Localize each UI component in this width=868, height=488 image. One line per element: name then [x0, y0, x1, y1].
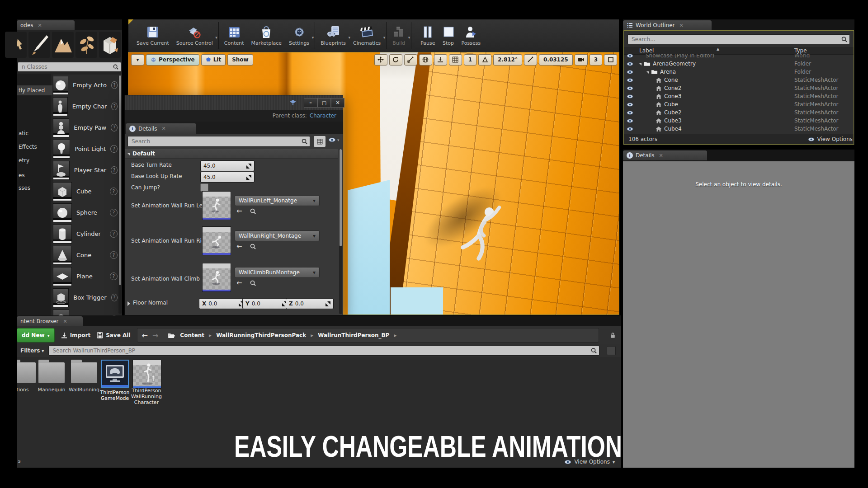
place-item-cube[interactable]: Cube: [53, 181, 118, 202]
rotation-snap-value[interactable]: 2.812°: [493, 54, 522, 66]
floor-normal-x-input[interactable]: X0.0: [199, 298, 247, 309]
perspective-button[interactable]: Perspective: [146, 54, 199, 66]
grid-snap-value[interactable]: 1: [464, 54, 476, 66]
help-icon[interactable]: [110, 145, 118, 153]
place-item-point-light[interactable]: Point Light: [53, 138, 118, 160]
outliner-search-input[interactable]: [627, 34, 850, 44]
outliner-header[interactable]: Label ▲ Type: [624, 47, 854, 55]
folder-animations[interactable]: [17, 362, 36, 383]
scale-tool-button[interactable]: [404, 54, 417, 66]
tab-world-outliner[interactable]: World Outliner ✕: [623, 20, 712, 30]
maximize-viewport-button[interactable]: [604, 54, 617, 66]
eye-icon[interactable]: [627, 61, 633, 66]
place-item-empty-pawn[interactable]: Empty Paw: [53, 117, 118, 138]
parent-class-link[interactable]: Character: [310, 113, 336, 119]
rotation-snap-button[interactable]: [478, 54, 491, 66]
place-list-scrollbar[interactable]: [118, 75, 122, 314]
browse-to-asset-icon[interactable]: [250, 280, 256, 286]
anim-right-combo[interactable]: WallRunRight_Montage: [235, 230, 320, 241]
outliner-row-showcase[interactable]: Showcase (Play in Editor) World: [624, 54, 854, 60]
outliner-row-arenageometry[interactable]: ArenaGeometry Folder: [624, 60, 854, 68]
outliner-row-cube3[interactable]: Cube3 StaticMeshActor: [624, 117, 854, 125]
help-icon[interactable]: [110, 188, 118, 195]
tab-details[interactable]: i Details ✕: [623, 150, 707, 160]
outliner-row-cube[interactable]: Cube StaticMeshActor: [624, 100, 854, 108]
anim-climb-thumbnail[interactable]: [202, 263, 231, 292]
eye-icon[interactable]: [627, 94, 633, 99]
help-icon[interactable]: [111, 124, 118, 131]
property-matrix-button[interactable]: [314, 136, 326, 147]
scale-snap-value[interactable]: 0.03125: [539, 54, 573, 66]
modes-search-input[interactable]: [18, 62, 121, 72]
anim-left-thumbnail[interactable]: [202, 191, 231, 220]
browse-to-asset-icon[interactable]: [250, 243, 256, 250]
blueprints-button[interactable]: Blueprints ▾: [317, 23, 349, 48]
content-button[interactable]: Content: [221, 23, 248, 48]
stop-button[interactable]: Stop: [439, 23, 458, 48]
anim-right-thumbnail[interactable]: [202, 226, 231, 255]
forward-button[interactable]: →: [152, 331, 158, 340]
eye-icon[interactable]: [627, 118, 633, 123]
use-selected-icon[interactable]: ←: [236, 279, 242, 287]
cb-asset-area[interactable]: tions Mannequin WallRunning ThirdPerson …: [17, 357, 621, 468]
folder-wallrunning[interactable]: [71, 362, 97, 383]
help-icon[interactable]: [111, 166, 118, 174]
bp-details-scrollbar[interactable]: [339, 149, 342, 314]
mode-landscape-button[interactable]: [52, 32, 74, 58]
place-item-empty-character[interactable]: Empty Char: [53, 96, 118, 117]
category-default[interactable]: Default: [125, 149, 338, 159]
outliner-row-arena[interactable]: Arena Folder: [624, 68, 854, 76]
close-icon[interactable]: ✕: [659, 153, 663, 159]
eye-icon[interactable]: [627, 70, 633, 75]
category-recently-placed[interactable]: tly Placed: [17, 85, 52, 95]
import-button[interactable]: Import: [61, 332, 90, 338]
translate-tool-button[interactable]: [374, 54, 387, 66]
mode-foliage-button[interactable]: [75, 32, 97, 58]
eye-icon[interactable]: [627, 78, 633, 83]
save-current-button[interactable]: Save Current: [133, 23, 173, 48]
place-item-sphere-trigger[interactable]: Sphere Tric: [53, 308, 118, 315]
eye-icon[interactable]: [627, 86, 633, 91]
place-item-box-trigger[interactable]: Box Trigger: [53, 287, 118, 308]
eye-icon[interactable]: [627, 102, 633, 107]
help-icon[interactable]: [111, 103, 118, 110]
expander-icon[interactable]: [646, 71, 649, 74]
world-coordinate-button[interactable]: [419, 54, 432, 66]
tab-modes[interactable]: odes ✕: [17, 20, 75, 30]
place-item-empty-actor[interactable]: Empty Acto: [53, 75, 118, 96]
category-all-classes[interactable]: sses: [17, 183, 52, 193]
expander-icon[interactable]: [127, 301, 130, 306]
mode-place-button[interactable]: [5, 32, 27, 58]
outliner-row-cone3[interactable]: Cone3 StaticMeshActor: [624, 92, 854, 100]
tab-bp-details[interactable]: i Details ✕: [126, 123, 196, 134]
cinematics-button[interactable]: Cinematics ▾: [349, 23, 384, 48]
close-icon[interactable]: ✕: [63, 319, 67, 324]
grid-snap-button[interactable]: [449, 54, 462, 66]
floor-normal-z-input[interactable]: Z0.0: [286, 298, 334, 309]
category-volumes[interactable]: es: [17, 170, 52, 180]
place-item-sphere[interactable]: Sphere: [53, 202, 118, 223]
outliner-row-cone[interactable]: Cone StaticMeshActor: [624, 76, 854, 84]
tab-content-browser[interactable]: ntent Browser ✕: [17, 316, 83, 326]
category-visual-effects[interactable]: Effects: [17, 142, 52, 152]
mode-geometry-button[interactable]: [99, 32, 121, 58]
base-turn-rate-input[interactable]: 45.0: [200, 160, 255, 171]
can-jump-checkbox[interactable]: [200, 183, 208, 192]
help-icon[interactable]: [110, 272, 118, 280]
display-filter-button[interactable]: ▾: [328, 137, 340, 142]
expander-icon[interactable]: [639, 63, 642, 66]
mode-paint-button[interactable]: [28, 32, 50, 58]
cb-view-options-button[interactable]: View Options: [564, 459, 615, 465]
anim-left-combo[interactable]: WallRunLeft_Monatge: [235, 195, 320, 206]
close-icon[interactable]: ✕: [162, 126, 166, 131]
scale-snap-button[interactable]: [524, 54, 537, 66]
asset-thirdperson-gamemode[interactable]: [101, 360, 129, 388]
place-item-plane[interactable]: Plane: [53, 266, 118, 287]
base-look-up-rate-input[interactable]: 45.0: [200, 172, 255, 183]
reset-icon[interactable]: [326, 301, 330, 306]
filters-button[interactable]: Filters: [20, 347, 44, 354]
maximize-button[interactable]: ▢: [317, 98, 331, 108]
asset-wallrunning-character[interactable]: [132, 360, 161, 389]
reset-icon[interactable]: [246, 164, 251, 169]
cb-search-input[interactable]: [48, 346, 599, 356]
